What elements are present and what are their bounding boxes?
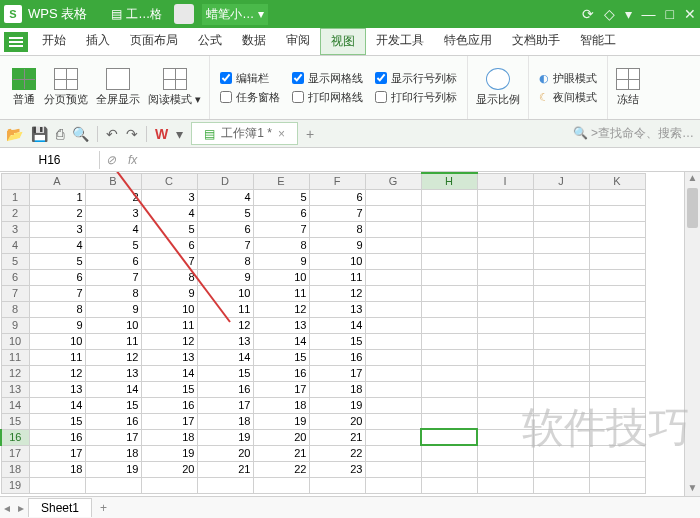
cell-F10[interactable]: 15 (309, 333, 365, 349)
cell-E12[interactable]: 16 (253, 365, 309, 381)
cell-E4[interactable]: 8 (253, 237, 309, 253)
cell-C9[interactable]: 11 (141, 317, 197, 333)
col-header-B[interactable]: B (85, 173, 141, 189)
cell-D17[interactable]: 20 (197, 445, 253, 461)
preview-icon[interactable]: 🔍 (72, 126, 89, 142)
cell-K6[interactable] (589, 269, 645, 285)
view-pagebreak-button[interactable]: 分页预览 (40, 66, 92, 109)
cell-B10[interactable]: 11 (85, 333, 141, 349)
cell-B5[interactable]: 6 (85, 253, 141, 269)
cell-J5[interactable] (533, 253, 589, 269)
cell-F17[interactable]: 22 (309, 445, 365, 461)
cell-D19[interactable] (197, 477, 253, 493)
cell-E1[interactable]: 5 (253, 189, 309, 205)
cell-A13[interactable]: 13 (29, 381, 85, 397)
cell-D11[interactable]: 14 (197, 349, 253, 365)
row-header-14[interactable]: 14 (1, 397, 29, 413)
cell-D4[interactable]: 7 (197, 237, 253, 253)
cell-I10[interactable] (477, 333, 533, 349)
cell-B15[interactable]: 16 (85, 413, 141, 429)
cell-B9[interactable]: 10 (85, 317, 141, 333)
row-header-11[interactable]: 11 (1, 349, 29, 365)
cell-I12[interactable] (477, 365, 533, 381)
row-header-15[interactable]: 15 (1, 413, 29, 429)
menu-item-1[interactable]: 插入 (76, 28, 120, 55)
cell-H8[interactable] (421, 301, 477, 317)
cell-B13[interactable]: 14 (85, 381, 141, 397)
add-tab-icon[interactable]: + (306, 126, 314, 142)
col-header-D[interactable]: D (197, 173, 253, 189)
cell-G11[interactable] (365, 349, 421, 365)
cell-A18[interactable]: 18 (29, 461, 85, 477)
row-header-17[interactable]: 17 (1, 445, 29, 461)
cell-H11[interactable] (421, 349, 477, 365)
cell-H13[interactable] (421, 381, 477, 397)
cell-G13[interactable] (365, 381, 421, 397)
cell-H5[interactable] (421, 253, 477, 269)
cell-H16[interactable] (421, 429, 477, 445)
open-icon[interactable]: 📂 (6, 126, 23, 142)
cell-C7[interactable]: 9 (141, 285, 197, 301)
cell-B1[interactable]: 2 (85, 189, 141, 205)
cell-A6[interactable]: 6 (29, 269, 85, 285)
title-doc-tab-1[interactable]: ▤工…格 (107, 4, 166, 25)
cell-J6[interactable] (533, 269, 589, 285)
cell-H19[interactable] (421, 477, 477, 493)
cell-B17[interactable]: 18 (85, 445, 141, 461)
cell-B8[interactable]: 9 (85, 301, 141, 317)
cell-K3[interactable] (589, 221, 645, 237)
cell-F12[interactable]: 17 (309, 365, 365, 381)
cell-G6[interactable] (365, 269, 421, 285)
gear-icon[interactable]: ▾ (625, 6, 632, 22)
cell-E18[interactable]: 22 (253, 461, 309, 477)
workbook-tab[interactable]: ▤ 工作簿1 * × (191, 122, 298, 145)
cell-D10[interactable]: 13 (197, 333, 253, 349)
zoom-button[interactable]: 显示比例 (472, 66, 524, 109)
view-normal-button[interactable]: 普通 (8, 66, 40, 109)
row-header-3[interactable]: 3 (1, 221, 29, 237)
cell-J7[interactable] (533, 285, 589, 301)
cell-A5[interactable]: 5 (29, 253, 85, 269)
cell-F6[interactable]: 11 (309, 269, 365, 285)
wps-logo-icon[interactable]: W (155, 126, 168, 142)
close-icon[interactable]: ✕ (684, 6, 696, 22)
cell-I2[interactable] (477, 205, 533, 221)
vertical-scrollbar[interactable]: ▲ ▼ (684, 172, 700, 496)
cell-G1[interactable] (365, 189, 421, 205)
row-header-10[interactable]: 10 (1, 333, 29, 349)
menu-item-4[interactable]: 数据 (232, 28, 276, 55)
user-avatar[interactable] (174, 4, 194, 24)
cell-A2[interactable]: 2 (29, 205, 85, 221)
cell-H4[interactable] (421, 237, 477, 253)
row-header-12[interactable]: 12 (1, 365, 29, 381)
cell-H18[interactable] (421, 461, 477, 477)
cell-J19[interactable] (533, 477, 589, 493)
cell-I3[interactable] (477, 221, 533, 237)
row-header-4[interactable]: 4 (1, 237, 29, 253)
cell-B2[interactable]: 3 (85, 205, 141, 221)
cell-C8[interactable]: 10 (141, 301, 197, 317)
scroll-up-icon[interactable]: ▲ (685, 172, 700, 186)
cell-A14[interactable]: 14 (29, 397, 85, 413)
cell-C11[interactable]: 13 (141, 349, 197, 365)
cell-F9[interactable]: 14 (309, 317, 365, 333)
cell-H6[interactable] (421, 269, 477, 285)
cell-D3[interactable]: 6 (197, 221, 253, 237)
menu-item-10[interactable]: 智能工 (570, 28, 626, 55)
cell-H17[interactable] (421, 445, 477, 461)
checkbox-showgrid[interactable]: 显示网格线 (292, 71, 363, 86)
cell-B19[interactable] (85, 477, 141, 493)
cell-J2[interactable] (533, 205, 589, 221)
cell-D16[interactable]: 19 (197, 429, 253, 445)
col-header-J[interactable]: J (533, 173, 589, 189)
cell-A17[interactable]: 17 (29, 445, 85, 461)
cell-H3[interactable] (421, 221, 477, 237)
cell-I16[interactable] (477, 429, 533, 445)
cell-K13[interactable] (589, 381, 645, 397)
cell-E16[interactable]: 20 (253, 429, 309, 445)
cell-D5[interactable]: 8 (197, 253, 253, 269)
cell-E14[interactable]: 18 (253, 397, 309, 413)
cell-K2[interactable] (589, 205, 645, 221)
cell-G17[interactable] (365, 445, 421, 461)
cell-G18[interactable] (365, 461, 421, 477)
